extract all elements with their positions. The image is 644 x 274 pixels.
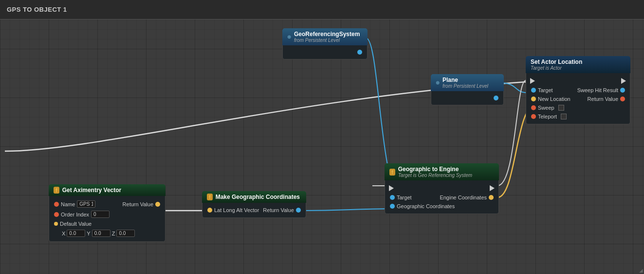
get-ax-x-input[interactable] — [67, 230, 85, 237]
geo-engine-exec-in[interactable] — [389, 185, 394, 191]
set-actor-location-node[interactable]: Set Actor Location Target is Actor Targe… — [526, 56, 630, 124]
set-actor-target-row: Target Sweep Hit Result — [526, 86, 630, 95]
node-header-set-actor: Set Actor Location Target is Actor — [526, 56, 630, 73]
set-actor-exec-row — [526, 76, 630, 86]
get-ax-name-row: Name Return Value — [49, 199, 165, 209]
geo-ref-subtitle: from Persistent Level — [294, 38, 360, 43]
get-ax-y-label: Y — [87, 231, 90, 236]
set-actor-return-pin[interactable] — [620, 97, 625, 101]
set-actor-target-label: Target — [538, 87, 553, 93]
make-geo-return-pin[interactable] — [296, 208, 301, 213]
plane-node[interactable]: ⊕ Plane from Persistent Level — [431, 74, 504, 105]
geo-ref-icon: ⊕ — [287, 34, 291, 39]
get-ax-title: Get Aximentry Vector — [62, 187, 122, 194]
plane-title: Plane — [442, 77, 488, 83]
set-actor-exec-in[interactable] — [530, 78, 535, 84]
set-actor-exec-out[interactable] — [621, 78, 626, 84]
blueprint-canvas[interactable]: GPS TO OBJECT 1 ⊕ GeoReferencingSystem f… — [0, 0, 644, 274]
node-header-plane: ⊕ Plane from Persistent Level — [431, 74, 504, 91]
geo-ref-output-pin[interactable] — [357, 50, 362, 55]
get-ax-name-input[interactable] — [77, 200, 95, 208]
plane-output-pin[interactable] — [494, 96, 498, 100]
get-ax-order-label: Order Index — [61, 212, 89, 217]
plane-subtitle: from Persistent Level — [442, 83, 488, 89]
set-actor-sweep-row: Sweep — [526, 103, 630, 112]
get-ax-return-label: Return Value — [123, 201, 153, 207]
node-header-geo-ref: ⊕ GeoReferencingSystem from Persistent L… — [282, 28, 368, 45]
set-actor-teleport-checkbox[interactable] — [561, 114, 567, 119]
get-ax-default-label: Default Value — [60, 221, 92, 227]
set-actor-sweep-hit-label: Sweep Hit Result — [577, 87, 618, 93]
make-geo-func-icon: f — [207, 194, 213, 200]
set-actor-subtitle: Target is Actor — [531, 65, 582, 71]
geo-engine-exec-out[interactable] — [490, 185, 495, 191]
get-aximentry-vector-node[interactable]: f Get Aximentry Vector Name Return Value — [49, 184, 166, 242]
plane-icon: ⊕ — [436, 80, 440, 85]
geo-engine-geocoords-label: Geographic Coordinates — [397, 203, 455, 209]
get-ax-x-label: X — [62, 231, 65, 236]
geographic-to-engine-node[interactable]: f Geographic to Engine Target is Geo Ref… — [385, 163, 499, 214]
geo-engine-title: Geographic to Engine — [398, 166, 472, 173]
plane-body — [431, 91, 504, 105]
set-actor-title: Set Actor Location — [531, 59, 582, 65]
set-actor-body: Target Sweep Hit Result New Location Ret… — [526, 73, 630, 124]
set-actor-teleport-label: Teleport — [538, 114, 557, 119]
geo-ref-output-row — [283, 48, 367, 56]
make-geo-body: Lat Long Alt Vector Return Value — [202, 203, 306, 218]
geo-engine-exec-row — [385, 183, 498, 193]
get-ax-order-input[interactable] — [91, 211, 110, 218]
set-actor-teleport-pin[interactable] — [531, 114, 536, 119]
set-actor-newloc-label: New Location — [538, 96, 570, 102]
get-ax-func-icon: f — [54, 187, 59, 194]
geo-ref-body — [282, 45, 368, 59]
get-ax-order-pin[interactable] — [54, 212, 59, 217]
get-ax-y-input[interactable] — [92, 230, 110, 237]
set-actor-target-pin[interactable] — [531, 88, 536, 93]
geo-engine-coords-pin[interactable] — [489, 195, 494, 200]
canvas-title: GPS TO OBJECT 1 — [7, 6, 67, 13]
get-ax-name-pin[interactable] — [54, 202, 59, 207]
set-actor-newloc-row: New Location Return Value — [526, 95, 630, 103]
make-geo-lat-label: Lat Long Alt Vector — [214, 207, 259, 213]
get-ax-name-label: Name — [61, 201, 75, 207]
set-actor-sweep-label: Sweep — [538, 105, 554, 111]
geo-engine-subtitle: Target is Geo Referencing System — [398, 173, 472, 178]
geo-engine-target-label: Target — [397, 195, 412, 200]
geo-engine-geocoords-row: Geographic Coordinates — [385, 202, 498, 211]
set-actor-newloc-pin[interactable] — [531, 97, 536, 101]
node-header-geo-engine: f Geographic to Engine Target is Geo Ref… — [385, 163, 499, 180]
get-ax-return-pin[interactable] — [155, 202, 160, 207]
set-actor-return-label: Return Value — [588, 96, 618, 102]
geo-engine-geocoords-pin[interactable] — [390, 204, 395, 209]
get-ax-order-row: Order Index — [49, 209, 165, 219]
set-actor-sweep-hit-pin[interactable] — [620, 88, 625, 93]
make-geographic-coordinates-node[interactable]: f Make Geographic Coordinates Lat Long A… — [202, 191, 306, 218]
geo-engine-target-row: Target Engine Coordinates — [385, 193, 498, 202]
plane-output-row — [431, 94, 503, 102]
corner-resize: ◢ — [639, 268, 643, 273]
get-ax-default-row: Default Value — [49, 219, 165, 228]
geo-ref-title: GeoReferencingSystem — [294, 31, 360, 38]
geo-engine-target-pin[interactable] — [390, 195, 395, 200]
geo-engine-coords-label: Engine Coordinates — [440, 195, 487, 200]
node-header-get-ax: f Get Aximentry Vector — [49, 184, 166, 196]
set-actor-sweep-pin[interactable] — [531, 105, 536, 110]
set-actor-teleport-row: Teleport — [526, 112, 630, 121]
make-geo-lat-pin[interactable] — [207, 208, 212, 213]
node-header-make-geo: f Make Geographic Coordinates — [202, 191, 306, 203]
geo-referencing-system-node[interactable]: ⊕ GeoReferencingSystem from Persistent L… — [282, 28, 368, 59]
get-ax-body: Name Return Value Order Index — [49, 196, 166, 242]
make-geo-title: Make Geographic Coordinates — [216, 194, 300, 200]
make-geo-latlong-row: Lat Long Alt Vector Return Value — [202, 206, 306, 215]
set-actor-sweep-checkbox[interactable] — [558, 105, 564, 111]
title-bar: GPS TO OBJECT 1 — [0, 0, 644, 20]
get-ax-xyz-row: X Y Z — [49, 228, 165, 238]
get-ax-z-input[interactable] — [116, 230, 135, 237]
get-ax-z-label: Z — [112, 231, 115, 236]
geo-engine-body: Target Engine Coordinates Geographic Coo… — [385, 180, 499, 214]
geo-engine-func-icon: f — [389, 169, 395, 176]
get-ax-default-pin[interactable] — [54, 222, 58, 226]
make-geo-return-label: Return Value — [263, 207, 294, 213]
